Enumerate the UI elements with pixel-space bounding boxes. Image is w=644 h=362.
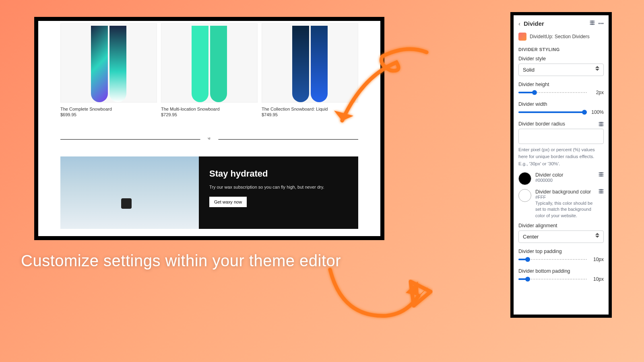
product-card[interactable] — [60, 23, 157, 103]
divider-bg-color-picker[interactable]: Divider background color #FFF Typically,… — [518, 189, 604, 219]
field-label: Divider alignment — [518, 223, 604, 228]
section-divider: ༄ — [60, 137, 358, 141]
more-icon[interactable]: ••• — [598, 21, 604, 27]
field-label: Divider bottom padding — [518, 268, 604, 274]
panel-title: Divider — [524, 20, 586, 27]
chevron-updown-icon — [595, 69, 599, 71]
color-label: Divider color — [535, 172, 594, 178]
database-icon[interactable] — [599, 172, 604, 177]
storefront-preview-frame: The Complete Snowboard $699.95 The Multi… — [34, 17, 384, 240]
slider-value: 100% — [590, 109, 604, 115]
settings-panel: ‹ Divider ••• DivideItUp: Section Divide… — [514, 15, 609, 315]
app-icon — [518, 33, 526, 41]
app-badge[interactable]: DivideItUp: Section Dividers — [518, 31, 604, 45]
marketing-caption: Customize settings within your theme edi… — [21, 252, 341, 270]
border-radius-input[interactable] — [518, 129, 604, 144]
slider-value: 2px — [590, 90, 604, 95]
divider-ornament-icon: ༄ — [200, 136, 219, 142]
database-icon[interactable] — [599, 189, 604, 193]
section-label: DIVIDER STYLING — [518, 47, 604, 52]
slider-value: 10px — [590, 276, 604, 282]
product-price: $699.95 — [60, 112, 157, 117]
divider-width-slider[interactable] — [518, 109, 587, 115]
promo-banner: Stay hydrated Try our wax subscription s… — [60, 156, 358, 229]
color-swatch — [518, 172, 531, 185]
top-padding-slider[interactable] — [518, 256, 587, 263]
product-title: The Multi-location Snowboard — [161, 107, 258, 111]
product-row — [38, 21, 380, 103]
alignment-select[interactable]: Center — [518, 230, 604, 243]
app-name: DivideItUp: Section Dividers — [530, 34, 590, 39]
product-price: $729.95 — [161, 112, 258, 117]
database-icon[interactable] — [590, 21, 595, 25]
back-icon[interactable]: ‹ — [518, 20, 520, 27]
chevron-updown-icon — [595, 236, 599, 238]
product-title: The Collection Snowboard: Liquid — [262, 107, 358, 111]
product-card[interactable] — [262, 23, 358, 103]
color-hex: #FFF — [535, 195, 594, 200]
field-label: Divider style — [518, 56, 604, 62]
color-label: Divider background color — [535, 189, 594, 195]
divider-style-select[interactable]: Solid — [518, 64, 604, 76]
divider-color-picker[interactable]: Divider color #000000 — [518, 172, 604, 185]
color-hex: #000000 — [535, 178, 594, 183]
field-label: Divider width — [518, 101, 604, 107]
promo-image — [60, 156, 199, 229]
storefront-preview: The Complete Snowboard $699.95 The Multi… — [38, 21, 380, 236]
promo-heading: Stay hydrated — [209, 169, 348, 179]
slider-value: 10px — [590, 257, 604, 262]
field-helper: Typically, this color should be set to m… — [535, 200, 594, 219]
promo-cta-button[interactable]: Get waxy now — [209, 197, 247, 207]
database-icon[interactable] — [599, 122, 604, 126]
product-price: $749.95 — [262, 112, 358, 117]
field-label: Divider top padding — [518, 249, 604, 254]
color-swatch — [518, 189, 531, 202]
bottom-padding-slider[interactable] — [518, 276, 587, 282]
field-label: Divider height — [518, 82, 604, 87]
settings-panel-frame: ‹ Divider ••• DivideItUp: Section Divide… — [510, 12, 612, 318]
product-title: The Complete Snowboard — [60, 107, 157, 111]
promo-body: Try our wax subscription so you can fly … — [209, 185, 348, 189]
field-label: Divider border radius — [518, 121, 604, 127]
field-helper: Enter pixel (px) or percent (%) values h… — [518, 146, 604, 167]
product-card[interactable] — [161, 23, 258, 103]
divider-height-slider[interactable] — [518, 89, 587, 96]
